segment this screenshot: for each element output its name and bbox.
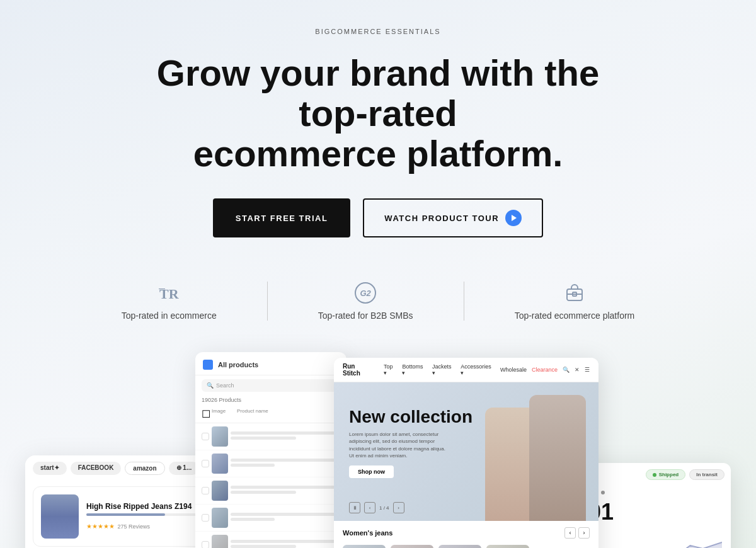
products-count: 19026 Products <box>195 396 346 406</box>
section-arrows: ‹ › <box>564 527 590 539</box>
shipped-dot <box>653 473 656 477</box>
row-image <box>212 508 228 528</box>
channel-pill-start: start✦ <box>33 462 67 475</box>
prev-section-button[interactable]: ‹ <box>564 527 576 539</box>
table-header: All products <box>195 352 346 375</box>
prev-button[interactable]: ‹ <box>364 502 375 513</box>
trust-bar: TR — Top-rated in ecommerce G2 Top-rated… <box>0 282 756 321</box>
next-section-button[interactable]: › <box>578 527 590 539</box>
eyebrow-text: BIGCOMMERCE ESSENTIALS <box>0 28 756 35</box>
trust-label-1: Top-rated in ecommerce <box>122 311 217 321</box>
bag-icon <box>564 282 585 304</box>
row-image <box>212 454 228 474</box>
table-columns: ☐ Image Product name <box>195 406 346 423</box>
jeans-shape <box>41 494 79 539</box>
nav-link-wholesale: Wholesale <box>500 367 527 373</box>
cta-row: START FREE TRIAL WATCH PRODUCT TOUR <box>0 198 756 237</box>
store-nav: Run Stitch Top ▾ Bottoms ▾ Jackets ▾ Acc… <box>334 358 598 382</box>
reviews-count: 275 Reviews <box>117 523 150 530</box>
store-logo: Run Stitch <box>343 363 374 377</box>
start-trial-button[interactable]: START FREE TRIAL <box>213 198 351 237</box>
menu-icon-nav: ☰ <box>585 367 590 373</box>
row-text <box>231 486 340 496</box>
channel-pill-extra: ⊕ 1... <box>169 462 200 475</box>
play-triangle <box>512 215 517 221</box>
storefront-screen: Run Stitch Top ▾ Bottoms ▾ Jackets ▾ Acc… <box>334 358 598 548</box>
trust-label-3: Top-rated ecommerce platform <box>515 311 635 321</box>
row-checkbox[interactable] <box>202 433 209 440</box>
section-title: Women's jeans <box>343 529 392 537</box>
play-icon <box>505 210 522 226</box>
product-thumbs <box>334 541 598 548</box>
row-checkbox[interactable] <box>202 460 209 467</box>
hero-banner-title: New collection <box>349 408 472 427</box>
shipped-pill: Shipped <box>646 469 686 480</box>
table-row <box>195 450 346 477</box>
trust-item-trustpilot: TR — Top-rated in ecommerce <box>71 282 268 321</box>
orders-dot <box>601 491 605 494</box>
table-logo <box>203 360 213 370</box>
slide-counter: 1 / 4 <box>379 505 389 511</box>
nav-link-accessories: Accessories ▾ <box>461 363 495 376</box>
row-text <box>231 459 340 469</box>
product-thumb-2 <box>391 545 433 548</box>
transit-pill: In transit <box>689 469 724 480</box>
product-thumb-4 <box>486 545 529 548</box>
g2-icon: G2 <box>355 282 376 304</box>
table-row <box>195 477 346 505</box>
row-checkbox[interactable] <box>202 541 209 548</box>
col-name: Product name <box>237 408 340 420</box>
search-icon-nav: 🔍 <box>563 367 570 373</box>
hero-banner-desc: Lorem ipsum dolor sit amet, consectetur … <box>349 431 450 459</box>
table-row <box>195 423 346 450</box>
row-text <box>231 540 340 548</box>
pause-button[interactable]: ⏸ <box>349 502 360 513</box>
store-hero-banner: New collection Lorem ipsum dolor sit ame… <box>334 382 598 521</box>
col-check: ☐ <box>202 408 212 420</box>
row-text <box>231 431 340 442</box>
hero-models <box>472 382 598 521</box>
svg-text:—: — <box>159 285 165 292</box>
next-button[interactable]: › <box>393 502 404 513</box>
channel-pills: start✦ FACEBOOK amazon ⊕ 1... <box>25 455 214 479</box>
product-info: High Rise Ripped Jeans Z194 ★★★★★ 275 Re… <box>86 502 198 531</box>
trust-item-g2: G2 Top-rated for B2B SMBs <box>268 282 464 321</box>
screenshots-row: start✦ FACEBOOK amazon ⊕ 1... High Rise … <box>0 352 756 548</box>
table-row <box>195 532 346 548</box>
hero-text-overlay: New collection Lorem ipsum dolor sit ame… <box>349 408 472 478</box>
store-section-header: Women's jeans ‹ › <box>334 521 598 541</box>
col-image: Image <box>212 408 237 420</box>
product-image <box>41 494 79 539</box>
product-card-inner: High Rise Ripped Jeans Z194 ★★★★★ 275 Re… <box>25 479 214 548</box>
watch-tour-button[interactable]: WATCH PRODUCT TOUR <box>363 198 543 237</box>
model-figure-1 <box>529 395 586 521</box>
progress-bar <box>86 513 198 516</box>
progress-fill <box>86 513 165 516</box>
table-row <box>195 505 346 532</box>
row-image <box>212 426 228 447</box>
table-search[interactable]: 🔍 Search <box>202 379 340 392</box>
row-text <box>231 513 340 523</box>
row-checkbox[interactable] <box>202 514 209 522</box>
row-image <box>212 481 228 501</box>
channel-pill-facebook: FACEBOOK <box>71 462 122 475</box>
shop-now-button[interactable]: Shop now <box>349 465 394 478</box>
close-icon-nav: ✕ <box>575 367 580 373</box>
banner-controls: ⏸ ‹ 1 / 4 › <box>349 502 404 513</box>
product-name: High Rise Ripped Jeans Z194 <box>86 502 198 511</box>
nav-icons: 🔍 ✕ ☰ <box>563 367 590 373</box>
model-figure-2 <box>485 408 536 521</box>
row-checkbox[interactable] <box>202 487 209 494</box>
channel-pill-amazon: amazon <box>125 462 164 475</box>
product-card-item: High Rise Ripped Jeans Z194 ★★★★★ 275 Re… <box>33 486 207 547</box>
product-thumb-3 <box>438 545 481 548</box>
nav-link-clearance: Clearance <box>532 367 558 373</box>
trust-item-bag: Top-rated ecommerce platform <box>464 282 685 321</box>
search-icon: 🔍 <box>207 382 214 389</box>
table-title: All products <box>218 361 258 368</box>
trust-label-2: Top-rated for B2B SMBs <box>318 311 413 321</box>
star-rating: ★★★★★ <box>86 523 115 530</box>
nav-link-bottoms: Bottoms ▾ <box>402 363 427 376</box>
row-image <box>212 535 228 548</box>
hero-headline: Grow your brand with the top-rated ecomm… <box>132 53 624 173</box>
